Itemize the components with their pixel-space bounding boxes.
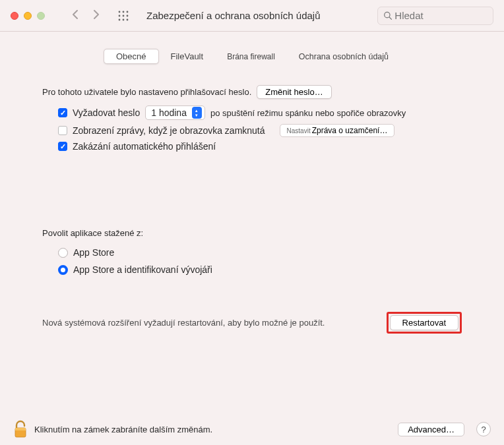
lock-text: Kliknutím na zámek zabráníte dalším změn… <box>34 425 391 434</box>
require-password-delay-value: 1 hodina <box>151 107 187 118</box>
restart-button[interactable]: Restartovat <box>390 315 458 330</box>
disable-autologin-row: Zakázání automatického přihlášení <box>58 141 462 152</box>
require-password-delay-select[interactable]: 1 hodina <box>145 105 205 120</box>
svg-point-7 <box>123 18 125 20</box>
set-lock-prefix: Nastavit <box>287 127 311 134</box>
show-message-row: Zobrazení zprávy, když je obrazovka zamk… <box>58 124 462 137</box>
advanced-button[interactable]: Advanced… <box>398 423 464 436</box>
search-icon <box>383 11 392 20</box>
apps-grid-icon[interactable] <box>117 10 129 22</box>
stepper-icon <box>192 107 202 119</box>
search-input[interactable] <box>394 10 488 21</box>
restart-row: Nová systémová rozšíření vyžadují restar… <box>42 312 462 334</box>
window-controls <box>11 12 45 20</box>
radio-app-store-label: App Store <box>73 247 114 258</box>
forward-button[interactable] <box>93 9 100 22</box>
minimize-button[interactable] <box>24 12 32 20</box>
restart-message: Nová systémová rozšíření vyžadují restar… <box>42 318 325 328</box>
set-lock-message-label: Zpráva o uzamčení… <box>312 126 388 135</box>
nav-arrows <box>71 9 100 22</box>
tab-privacy[interactable]: Ochrana osobních údajů <box>287 50 400 63</box>
svg-point-0 <box>119 11 121 13</box>
window-title: Zabezpečení a ochrana osobních údajů <box>146 10 369 21</box>
spacer <box>42 156 462 228</box>
change-password-button[interactable]: Změnit heslo… <box>257 85 331 99</box>
svg-line-10 <box>389 17 391 19</box>
show-message-label: Zobrazení zprávy, když je obrazovka zamk… <box>73 125 265 136</box>
svg-point-3 <box>119 15 121 16</box>
tab-filevault[interactable]: FileVault <box>159 49 216 63</box>
svg-point-1 <box>123 11 125 13</box>
content-area: Obecné FileVault Brána firewall Ochrana … <box>0 32 504 334</box>
svg-point-5 <box>127 15 129 16</box>
window-titlebar: Zabezpečení a ochrana osobních údajů <box>0 0 504 32</box>
svg-point-8 <box>127 18 129 20</box>
require-password-row: Vyžadovat heslo 1 hodina po spuštění rež… <box>58 105 462 120</box>
maximize-button <box>37 12 45 20</box>
require-password-label: Vyžadovat heslo <box>73 107 140 118</box>
restart-highlight: Restartovat <box>387 312 462 334</box>
back-button[interactable] <box>71 9 79 22</box>
show-message-checkbox[interactable] <box>58 126 67 135</box>
svg-point-4 <box>123 15 125 16</box>
password-label: Pro tohoto uživatele bylo nastaveno přih… <box>42 87 251 97</box>
svg-point-6 <box>119 18 121 20</box>
require-password-after-label: po spuštění režimu spánku nebo spořiče o… <box>210 108 406 118</box>
svg-point-2 <box>127 11 129 13</box>
disable-autologin-checkbox[interactable] <box>58 142 67 151</box>
radio-app-store-row: App Store <box>58 247 462 258</box>
search-field[interactable] <box>377 7 493 25</box>
tab-general[interactable]: Obecné <box>104 49 159 64</box>
lock-icon[interactable] <box>13 420 28 438</box>
close-button[interactable] <box>11 12 18 20</box>
set-lock-message-button[interactable]: NastavitZpráva o uzamčení… <box>280 124 395 137</box>
svg-rect-12 <box>15 428 26 430</box>
radio-app-store-dev-label: App Store a identifikovaní vývojáři <box>73 264 212 275</box>
footer: Kliknutím na zámek zabráníte dalším změn… <box>0 420 504 438</box>
radio-app-store-dev-row: App Store a identifikovaní vývojáři <box>58 264 462 275</box>
allow-apps-label: Povolit aplikace stažené z: <box>42 228 462 238</box>
general-panel: Pro tohoto uživatele bylo nastaveno přih… <box>20 85 484 334</box>
help-button[interactable]: ? <box>476 422 491 436</box>
tab-bar: Obecné FileVault Brána firewall Ochrana … <box>0 49 504 64</box>
require-password-checkbox[interactable] <box>58 108 67 117</box>
tab-firewall[interactable]: Brána firewall <box>215 50 287 63</box>
disable-autologin-label: Zakázání automatického přihlášení <box>73 141 216 152</box>
radio-app-store[interactable] <box>58 248 68 258</box>
radio-app-store-dev[interactable] <box>58 265 68 275</box>
password-row: Pro tohoto uživatele bylo nastaveno přih… <box>42 85 462 99</box>
